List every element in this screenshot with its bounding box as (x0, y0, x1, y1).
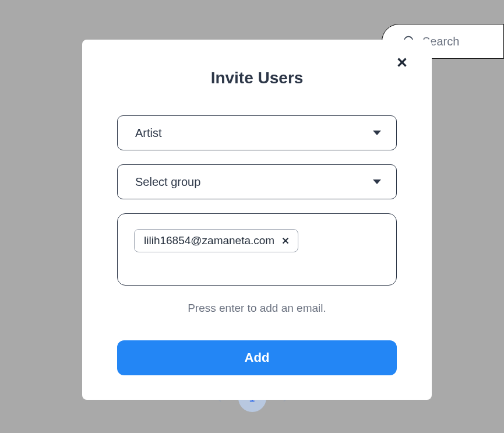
email-chip-address: lilih16854@zamaneta.com (144, 234, 274, 247)
chevron-down-icon (373, 179, 381, 184)
email-chip: lilih16854@zamaneta.com (134, 229, 298, 252)
group-select[interactable]: Select group (117, 164, 397, 199)
close-icon[interactable] (394, 55, 410, 70)
search-input[interactable] (422, 35, 492, 48)
email-input-container[interactable]: lilih16854@zamaneta.com (117, 213, 397, 286)
invite-users-modal: Invite Users Artist Select group lilih16… (82, 40, 432, 400)
email-hint: Press enter to add an email. (117, 302, 397, 315)
role-select[interactable]: Artist (117, 115, 397, 150)
add-button[interactable]: Add (117, 340, 397, 375)
remove-chip-icon[interactable] (280, 235, 291, 246)
chevron-down-icon (373, 131, 381, 135)
modal-title: Invite Users (117, 69, 397, 87)
group-select-value: Select group (135, 175, 200, 189)
role-select-value: Artist (135, 126, 162, 140)
